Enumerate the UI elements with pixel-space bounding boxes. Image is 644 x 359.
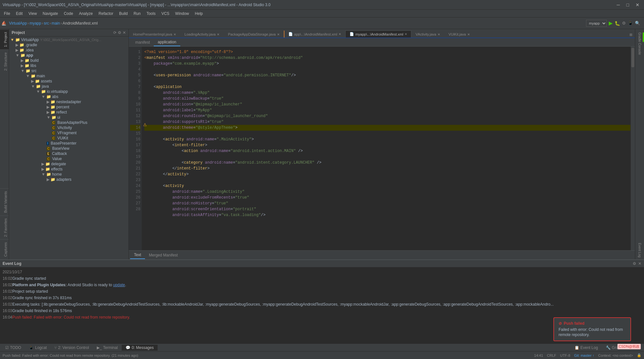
menu-analyze[interactable]: Analyze: [76, 11, 95, 16]
tab-myapp-manifest[interactable]: 📄 myapp\...\AndroidManifest.xml ✕: [345, 30, 411, 38]
subtab-manifest[interactable]: manifest: [131, 39, 154, 46]
bottom-tab-logcat[interactable]: 📱 Logcat: [25, 345, 50, 351]
run-config-dropdown[interactable]: myapp: [586, 20, 607, 27]
toolbar-icon-1[interactable]: ⚙: [622, 21, 626, 26]
search-button[interactable]: 🔍: [635, 21, 640, 26]
tab-vactivity[interactable]: VActivity.java ✕: [411, 31, 444, 38]
maximize-button[interactable]: □: [625, 2, 631, 8]
close-tab-icon[interactable]: ✕: [339, 32, 341, 36]
subtab-application[interactable]: application: [154, 38, 180, 46]
tree-item-home[interactable]: ▼ 📁 home: [9, 172, 128, 177]
tree-item-vactivity[interactable]: C VActivity: [9, 125, 128, 130]
breadcrumb-src[interactable]: src: [44, 21, 49, 26]
tree-item-assets[interactable]: ▶ 📁 assets: [9, 79, 128, 84]
close-tab-icon[interactable]: ✕: [405, 32, 407, 36]
project-sync-icon[interactable]: ⟳: [113, 30, 117, 35]
menu-window[interactable]: Window: [172, 11, 192, 16]
sidebar-tab-structure[interactable]: 2: Structure: [0, 49, 9, 73]
menu-help[interactable]: Help: [192, 11, 205, 16]
tab-app-manifest[interactable]: 📄 app\...\AndroidManifest.xml ✕: [284, 30, 345, 38]
tab-merged-manifest[interactable]: Merged Manifest: [145, 252, 182, 259]
breadcrumb-file[interactable]: AndroidManifest.xml: [62, 21, 98, 26]
tree-item-callback[interactable]: E Callback: [9, 151, 128, 156]
tree-item-src[interactable]: ▼ 📁 src: [9, 68, 128, 73]
tree-item-reflect[interactable]: ▶ 📁 reflect: [9, 110, 128, 115]
event-log-tab[interactable]: Event Log: [637, 241, 642, 259]
tree-item-libs[interactable]: ▶ 📁 libs: [9, 63, 128, 68]
tree-item-adapters[interactable]: ▶ 📁 adapters: [9, 177, 128, 182]
sidebar-tab-build-variants[interactable]: Build Variants: [0, 188, 9, 215]
sidebar-tab-project[interactable]: 1: Project: [0, 29, 9, 49]
tab-homepresenter[interactable]: HomePresenterImpl.java ✕: [129, 31, 180, 38]
folder-icon: 📁: [45, 162, 50, 166]
tree-item-abs[interactable]: ▼ 📁 abs: [9, 94, 128, 99]
tree-item-virtualapp[interactable]: ▼ 📁 VirtualApp Y:\002_WorkSpace\001_AS\V…: [9, 37, 128, 42]
tree-item-baseview[interactable]: C BaseView: [9, 146, 128, 151]
bottom-tab-event-log[interactable]: 📋 Event Log: [571, 345, 602, 351]
tree-item-build[interactable]: ▶ 📁 build: [9, 58, 128, 63]
event-log-close-icon[interactable]: ✕: [638, 261, 641, 266]
minimize-button[interactable]: ─: [615, 2, 622, 8]
menu-view[interactable]: View: [26, 11, 39, 16]
sidebar-tab-favorites[interactable]: 2: Favorites: [0, 215, 9, 239]
menu-vcs[interactable]: VCS: [159, 11, 172, 16]
tab-loadingactivity[interactable]: LoadingActivity.java ✕: [180, 31, 224, 38]
window-controls[interactable]: ─ □ ✕: [615, 2, 641, 8]
toolbar-icon-2[interactable]: 📱: [628, 21, 633, 26]
debug-button[interactable]: 🐛: [615, 21, 620, 26]
class-c-icon: C: [52, 121, 55, 125]
tree-item-gradle[interactable]: ▶ 📁 .gradle: [9, 42, 128, 48]
bottom-tab-messages[interactable]: 💬 0: Messages: [122, 345, 158, 351]
tree-item-delegate[interactable]: ▶ 📁 delegate: [9, 161, 128, 167]
tab-text[interactable]: Text: [130, 251, 145, 259]
status-git[interactable]: Git: master ↑: [574, 354, 594, 357]
tree-item-baseadapterplus[interactable]: C BaseAdapterPlus: [9, 120, 128, 125]
gradle-console-tab[interactable]: Gradle Console: [637, 30, 642, 57]
menu-tools[interactable]: Tools: [144, 11, 158, 16]
bottom-tab-version-control[interactable]: ⑂ 2: Version Control: [50, 345, 93, 351]
tree-item-nestedadapter[interactable]: ▶ 📁 nestedadapter: [9, 99, 128, 104]
tree-item-vfragment[interactable]: C VFragment: [9, 130, 128, 136]
menu-run[interactable]: Run: [131, 11, 143, 16]
vertical-scrollbar[interactable]: [630, 47, 635, 250]
bottom-tab-todo[interactable]: ☑ TODO: [1, 345, 25, 351]
event-log-settings-icon[interactable]: ⚙: [633, 261, 636, 266]
breadcrumb-myapp[interactable]: myapp: [29, 21, 41, 26]
tree-item-java[interactable]: ▼ 📁 java: [9, 84, 128, 89]
tree-item-ui[interactable]: ▼ 📁 ui: [9, 115, 128, 120]
code-editor[interactable]: <?xml version="1.0" encoding="utf-8"?> <…: [142, 47, 635, 250]
close-tab-icon[interactable]: ✕: [438, 33, 440, 36]
close-tab-icon[interactable]: ✕: [217, 33, 219, 36]
close-tab-icon[interactable]: ✕: [173, 33, 176, 36]
tree-item-vuikit[interactable]: C VUiKit: [9, 136, 128, 141]
tab-packageappdatastorage[interactable]: PackageAppDataStorage.java ✕: [224, 31, 283, 38]
close-button[interactable]: ✕: [634, 2, 641, 8]
bottom-tab-terminal[interactable]: ▶_ Terminal: [93, 345, 122, 351]
project-close-icon[interactable]: ✕: [123, 30, 126, 35]
run-button[interactable]: ▶: [609, 20, 613, 26]
tree-item-percent[interactable]: ▶ 📁 percent: [9, 104, 128, 110]
tree-item-iovirtualapp[interactable]: ▼ 📁 io.virtualapp: [9, 89, 128, 94]
close-tab-icon[interactable]: ✕: [277, 33, 280, 36]
tree-item-app[interactable]: ▼ 📁 app: [9, 53, 128, 58]
split-editor-icon[interactable]: ⊞: [627, 32, 635, 38]
tab-vuikit[interactable]: VUiKit.java ✕: [444, 31, 474, 38]
menu-build[interactable]: Build: [117, 11, 130, 16]
menu-code[interactable]: Code: [61, 11, 76, 16]
menu-edit[interactable]: Edit: [13, 11, 25, 16]
scrollbar-thumb[interactable]: [631, 48, 634, 67]
menu-file[interactable]: File: [1, 11, 13, 16]
update-link[interactable]: update: [113, 283, 125, 287]
menu-refactor[interactable]: Refactor: [96, 11, 116, 16]
breadcrumb-main[interactable]: main: [51, 21, 60, 26]
menu-navigate[interactable]: Navigate: [40, 11, 61, 16]
sidebar-tab-captures[interactable]: Captures: [0, 239, 9, 259]
close-tab-icon[interactable]: ✕: [467, 33, 470, 36]
breadcrumb-virtualapp[interactable]: VirtualApp: [9, 21, 27, 26]
project-settings-icon[interactable]: ⚙: [118, 30, 121, 35]
tree-item-basepresenter[interactable]: I BasePresenter: [9, 141, 128, 146]
tree-item-value[interactable]: C Value: [9, 156, 128, 161]
tree-item-idea[interactable]: ▶ 📁 .idea: [9, 48, 128, 53]
tree-item-main[interactable]: ▼ 📁 main: [9, 73, 128, 79]
tree-item-effects[interactable]: ▶ 📁 effects: [9, 167, 128, 172]
